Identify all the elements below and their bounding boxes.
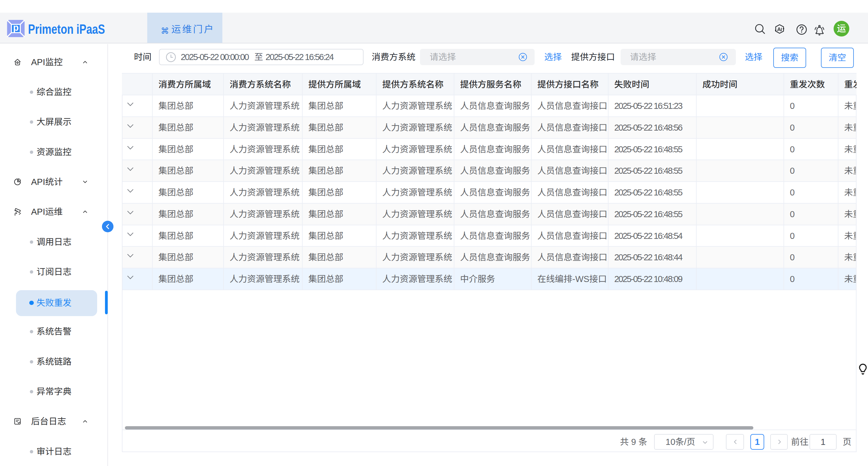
- svg-text:p: p: [13, 22, 19, 33]
